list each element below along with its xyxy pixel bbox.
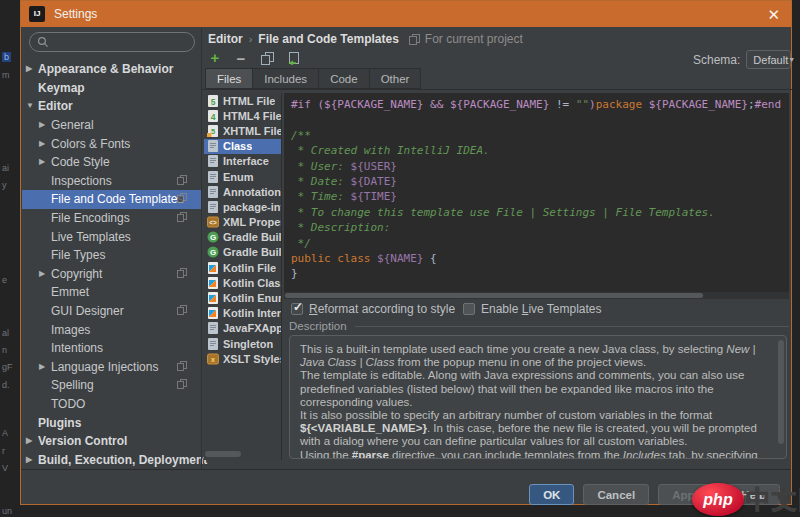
template-item-kotlin-class[interactable]: Kotlin Class [204, 275, 281, 290]
template-item-gradle-build[interactable]: GGradle Build [204, 230, 281, 245]
sidebar-item-todo[interactable]: TODO [22, 395, 201, 414]
template-item-kotlin-enum[interactable]: Kotlin Enum [204, 290, 281, 305]
copy-icon [261, 52, 274, 65]
description-vscrollbar[interactable] [778, 340, 784, 444]
chevron-right-icon: ▶ [39, 120, 45, 129]
template-item-label: Enum [223, 171, 254, 183]
template-item-javafxapplication[interactable]: JavaFXApplication [204, 321, 281, 336]
background-text-fragment: e [2, 275, 7, 285]
sidebar-item-appearance-behavior[interactable]: ▶Appearance & Behavior [22, 60, 201, 79]
background-text-fragment: ai [2, 163, 9, 173]
ok-button[interactable]: OK [529, 484, 574, 505]
sidebar-item-plugins[interactable]: Plugins [22, 413, 201, 432]
intellij-logo-icon: IJ [29, 6, 45, 22]
copy-template-button[interactable] [259, 50, 275, 66]
breadcrumb-editor[interactable]: Editor [208, 32, 243, 46]
search-box[interactable] [29, 32, 195, 52]
editor-hscrollbar-thumb[interactable] [285, 293, 703, 298]
live-label-text: ive Templates [528, 302, 601, 316]
template-item-gradle-build[interactable]: GGradle Build [204, 245, 281, 260]
tab-other[interactable]: Other [369, 68, 422, 89]
svg-text:4: 4 [211, 111, 216, 121]
sidebar-item-intentions[interactable]: Intentions [22, 339, 201, 358]
sidebar-item-general[interactable]: ▶General [22, 116, 201, 135]
template-item-enum[interactable]: Enum [204, 169, 281, 184]
template-item-label: Interface [223, 155, 269, 167]
code-line: * To change this template use File | Set… [291, 205, 789, 220]
sidebar-item-build-execution-deployment[interactable]: ▶Build, Execution, Deployment [22, 450, 201, 469]
remove-template-button[interactable]: − [233, 50, 249, 66]
template-item-interface[interactable]: Interface [204, 154, 281, 169]
sidebar-item-file-and-code-templates[interactable]: File and Code Templates [22, 190, 201, 209]
sidebar-item-live-templates[interactable]: Live Templates [22, 227, 201, 246]
sidebar-item-gui-designer[interactable]: GUI Designer [22, 302, 201, 321]
sidebar-item-label: TODO [51, 397, 85, 411]
sidebar-item-code-style[interactable]: ▶Code Style [22, 153, 201, 172]
sidebar-item-emmet[interactable]: Emmet [22, 283, 201, 302]
code-line: #if (${PACKAGE_NAME} && ${PACKAGE_NAME} … [291, 97, 789, 112]
description-paragraph: This is a built-in template used each ti… [300, 343, 770, 369]
template-item-label: package-info [223, 201, 281, 213]
template-item-label: XSLT Stylesheet [223, 353, 281, 365]
sidebar-item-inspections[interactable]: Inspections [22, 172, 201, 191]
template-list-hscrollbar[interactable] [205, 451, 241, 457]
sidebar-item-spelling[interactable]: Spelling [22, 376, 201, 395]
description-header: Description [289, 320, 789, 332]
sidebar-item-images[interactable]: Images [22, 320, 201, 339]
chevron-right-icon: ▶ [26, 65, 32, 74]
breadcrumb-separator: › [249, 33, 253, 45]
template-item-xml-properties-file[interactable]: <>XML Properties File [204, 215, 281, 230]
project-level-icon [177, 174, 187, 188]
search-input[interactable] [54, 36, 184, 48]
tab-includes[interactable]: Includes [252, 68, 318, 89]
template-item-html-file[interactable]: 5HTML File [204, 93, 281, 108]
tab-code[interactable]: Code [318, 68, 369, 89]
template-item-annotationtype[interactable]: AnnotationType [204, 184, 281, 199]
sidebar-item-keymap[interactable]: Keymap [22, 79, 201, 98]
sidebar-item-copyright[interactable]: ▶Copyright [22, 265, 201, 284]
kotlin-file-icon [207, 262, 219, 274]
reformat-mnemonic: R [309, 302, 318, 316]
template-item-label: Kotlin Interface [223, 307, 281, 319]
editor-hscrollbar-track[interactable] [284, 292, 789, 299]
code-line: * Description: [291, 220, 789, 235]
template-item-label: Kotlin Enum [223, 292, 281, 304]
chevron-right-icon: ▶ [39, 139, 45, 148]
add-template-button[interactable]: + [207, 50, 223, 66]
sidebar-item-language-injections[interactable]: ▶Language Injections [22, 358, 201, 377]
sidebar-item-editor[interactable]: ▼Editor [22, 97, 201, 116]
sidebar-item-version-control[interactable]: ▶Version Control [22, 432, 201, 451]
template-item-label: HTML File [223, 95, 275, 107]
template-item-xhtml-file[interactable]: 5XHTML File [204, 123, 281, 138]
template-code-editor[interactable]: #if (${PACKAGE_NAME} && ${PACKAGE_NAME} … [284, 93, 789, 299]
template-item-html4-file[interactable]: 4HTML4 File [204, 108, 281, 123]
schema-dropdown[interactable]: Default ▼ [746, 50, 791, 69]
background-text-fragment: d. [2, 380, 10, 390]
template-item-singleton[interactable]: Singleton [204, 336, 281, 351]
project-level-icon [177, 267, 187, 281]
template-item-kotlin-interface[interactable]: Kotlin Interface [204, 306, 281, 321]
background-text-fragment: y [2, 180, 7, 190]
reformat-checkbox-row: Reformat according to style [291, 302, 455, 316]
sidebar-item-label: Colors & Fonts [51, 137, 130, 151]
close-icon[interactable]: ✕ [764, 7, 783, 22]
sidebar-item-file-types[interactable]: File Types [22, 246, 201, 265]
sidebar-item-label: Editor [38, 99, 73, 113]
tab-files[interactable]: Files [205, 68, 252, 89]
sidebar-item-colors-fonts[interactable]: ▶Colors & Fonts [22, 134, 201, 153]
template-item-class[interactable]: Class [204, 139, 281, 154]
template-item-kotlin-file[interactable]: Kotlin File [204, 260, 281, 275]
xslt-file-icon: x [207, 353, 219, 365]
enable-live-templates-checkbox[interactable] [463, 303, 475, 315]
xhtml-file-icon: 5 [207, 125, 219, 137]
sidebar-item-file-encodings[interactable]: File Encodings [22, 209, 201, 228]
reformat-checkbox[interactable] [291, 303, 303, 315]
template-list: 5HTML File4HTML4 File5XHTML FileClassInt… [204, 93, 282, 460]
sidebar-item-label: Language Injections [51, 360, 158, 374]
cancel-button[interactable]: Cancel [583, 484, 649, 505]
for-current-project-label: For current project [425, 32, 523, 46]
reset-template-button[interactable] [285, 50, 301, 66]
template-item-xslt-stylesheet[interactable]: xXSLT Stylesheet [204, 351, 281, 366]
template-item-package-info[interactable]: package-info [204, 199, 281, 214]
gradle-file-icon: G [207, 246, 219, 258]
